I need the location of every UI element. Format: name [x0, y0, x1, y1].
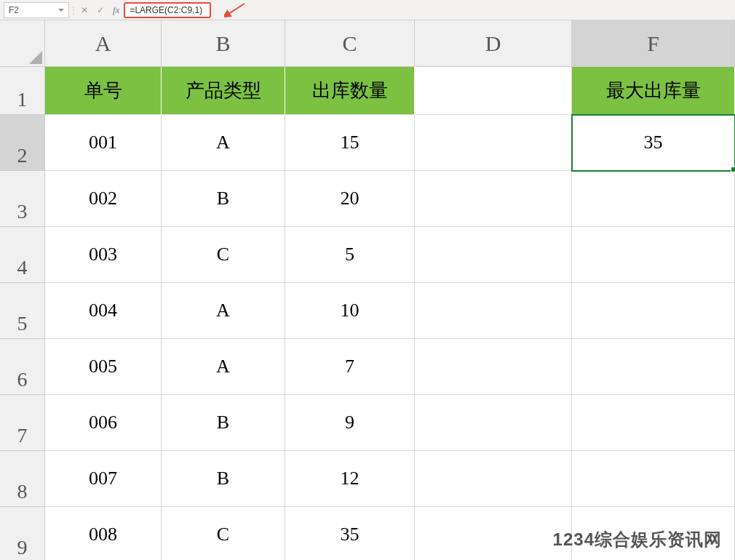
cell-F1[interactable]: 最大出库量: [572, 67, 735, 115]
row-header-7[interactable]: 7: [0, 395, 45, 451]
cell-F5[interactable]: [572, 283, 735, 339]
check-icon: ✓: [97, 5, 104, 15]
formula-input[interactable]: =LARGE(C2:C9,1): [124, 2, 211, 18]
cell-F6[interactable]: [572, 339, 735, 395]
cancel-button[interactable]: ✕: [76, 2, 92, 18]
cell-C5[interactable]: 10: [285, 283, 415, 339]
cell-A1[interactable]: 单号: [45, 67, 162, 115]
fx-label[interactable]: fx: [108, 4, 124, 16]
row-header-8[interactable]: 8: [0, 451, 45, 507]
confirm-button[interactable]: ✓: [92, 2, 108, 18]
cell-C3[interactable]: 20: [285, 171, 415, 227]
row-header-2[interactable]: 2: [0, 115, 45, 171]
column-header-D[interactable]: D: [415, 20, 572, 67]
row-headers: 123456789: [0, 67, 45, 560]
cell-A2[interactable]: 001: [45, 115, 162, 171]
name-box[interactable]: F2: [4, 2, 69, 18]
cell-D2[interactable]: [415, 115, 572, 171]
column-header-B[interactable]: B: [162, 20, 285, 67]
cell-D4[interactable]: [415, 227, 572, 283]
cell-D7[interactable]: [415, 395, 572, 451]
cell-A9[interactable]: 008: [45, 507, 162, 560]
column-header-A[interactable]: A: [45, 20, 162, 67]
cell-reference: F2: [9, 5, 19, 15]
cell-A4[interactable]: 003: [45, 227, 162, 283]
watermark: 1234综合娱乐资讯网: [553, 528, 722, 551]
cell-C8[interactable]: 12: [285, 451, 415, 507]
cells-area[interactable]: 单号产品类型出库数量最大出库量001A1535002B20003C5004A10…: [45, 67, 735, 560]
cell-A7[interactable]: 006: [45, 395, 162, 451]
cancel-icon: ✕: [81, 5, 88, 15]
cell-F3[interactable]: [572, 171, 735, 227]
cell-F8[interactable]: [572, 451, 735, 507]
cell-B4[interactable]: C: [162, 227, 285, 283]
cell-D9[interactable]: [415, 507, 572, 560]
annotation-arrow-icon: [224, 2, 246, 18]
cell-A8[interactable]: 007: [45, 451, 162, 507]
cell-B9[interactable]: C: [162, 507, 285, 560]
cell-F4[interactable]: [572, 227, 735, 283]
separator: ⋮: [69, 5, 76, 15]
name-box-dropdown-icon[interactable]: [58, 9, 64, 12]
column-header-C[interactable]: C: [285, 20, 415, 67]
cell-B3[interactable]: B: [162, 171, 285, 227]
formula-bar: F2 ⋮ ✕ ✓ fx =LARGE(C2:C9,1): [0, 0, 735, 20]
column-header-F[interactable]: F: [572, 20, 735, 67]
row-header-9[interactable]: 9: [0, 507, 45, 560]
cell-F2[interactable]: 35: [572, 115, 735, 171]
cell-D6[interactable]: [415, 339, 572, 395]
row-header-6[interactable]: 6: [0, 339, 45, 395]
spreadsheet-grid: ABCDF 123456789 单号产品类型出库数量最大出库量001A15350…: [0, 20, 735, 560]
select-all-corner[interactable]: [0, 20, 45, 67]
cell-C2[interactable]: 15: [285, 115, 415, 171]
cell-D1[interactable]: [415, 67, 572, 115]
cell-B6[interactable]: A: [162, 339, 285, 395]
cell-C7[interactable]: 9: [285, 395, 415, 451]
row-header-3[interactable]: 3: [0, 171, 45, 227]
cell-C1[interactable]: 出库数量: [285, 67, 415, 115]
svg-line-1: [229, 4, 245, 14]
formula-text: =LARGE(C2:C9,1): [130, 5, 202, 15]
cell-F7[interactable]: [572, 395, 735, 451]
cell-A6[interactable]: 005: [45, 339, 162, 395]
row-header-1[interactable]: 1: [0, 67, 45, 115]
cell-C6[interactable]: 7: [285, 339, 415, 395]
cell-B7[interactable]: B: [162, 395, 285, 451]
cell-A3[interactable]: 002: [45, 171, 162, 227]
cell-B1[interactable]: 产品类型: [162, 67, 285, 115]
cell-A5[interactable]: 004: [45, 283, 162, 339]
cell-D3[interactable]: [415, 171, 572, 227]
cell-B2[interactable]: A: [162, 115, 285, 171]
row-header-5[interactable]: 5: [0, 283, 45, 339]
cell-C4[interactable]: 5: [285, 227, 415, 283]
cell-B8[interactable]: B: [162, 451, 285, 507]
cell-C9[interactable]: 35: [285, 507, 415, 560]
cell-D8[interactable]: [415, 451, 572, 507]
column-headers: ABCDF: [45, 20, 735, 67]
row-header-4[interactable]: 4: [0, 227, 45, 283]
cell-D5[interactable]: [415, 283, 572, 339]
cell-B5[interactable]: A: [162, 283, 285, 339]
